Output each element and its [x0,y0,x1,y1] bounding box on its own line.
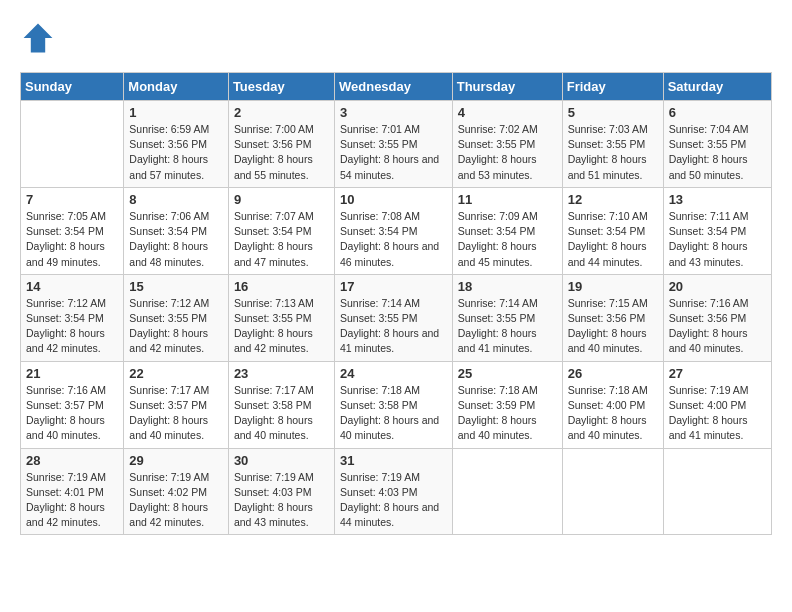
day-number: 7 [26,192,118,207]
day-number: 28 [26,453,118,468]
day-cell: 26Sunrise: 7:18 AMSunset: 4:00 PMDayligh… [562,361,663,448]
day-number: 8 [129,192,223,207]
calendar-body: 1Sunrise: 6:59 AMSunset: 3:56 PMDaylight… [21,101,772,535]
day-number: 22 [129,366,223,381]
header-row: SundayMondayTuesdayWednesdayThursdayFrid… [21,73,772,101]
day-number: 27 [669,366,766,381]
day-number: 29 [129,453,223,468]
day-info: Sunrise: 7:08 AMSunset: 3:54 PMDaylight:… [340,209,447,270]
page-header [20,20,772,56]
day-info: Sunrise: 7:19 AMSunset: 4:01 PMDaylight:… [26,470,118,531]
day-number: 15 [129,279,223,294]
header-cell-tuesday: Tuesday [228,73,334,101]
header-cell-thursday: Thursday [452,73,562,101]
day-info: Sunrise: 7:01 AMSunset: 3:55 PMDaylight:… [340,122,447,183]
day-number: 30 [234,453,329,468]
day-cell: 5Sunrise: 7:03 AMSunset: 3:55 PMDaylight… [562,101,663,188]
day-cell: 21Sunrise: 7:16 AMSunset: 3:57 PMDayligh… [21,361,124,448]
day-info: Sunrise: 7:03 AMSunset: 3:55 PMDaylight:… [568,122,658,183]
day-info: Sunrise: 7:12 AMSunset: 3:55 PMDaylight:… [129,296,223,357]
day-info: Sunrise: 7:07 AMSunset: 3:54 PMDaylight:… [234,209,329,270]
day-cell: 16Sunrise: 7:13 AMSunset: 3:55 PMDayligh… [228,274,334,361]
day-info: Sunrise: 7:10 AMSunset: 3:54 PMDaylight:… [568,209,658,270]
day-number: 6 [669,105,766,120]
day-cell: 1Sunrise: 6:59 AMSunset: 3:56 PMDaylight… [124,101,229,188]
day-info: Sunrise: 7:09 AMSunset: 3:54 PMDaylight:… [458,209,557,270]
week-row-4: 28Sunrise: 7:19 AMSunset: 4:01 PMDayligh… [21,448,772,535]
day-number: 19 [568,279,658,294]
day-info: Sunrise: 7:19 AMSunset: 4:03 PMDaylight:… [340,470,447,531]
logo-icon [20,20,56,56]
day-number: 10 [340,192,447,207]
day-cell: 2Sunrise: 7:00 AMSunset: 3:56 PMDaylight… [228,101,334,188]
day-number: 12 [568,192,658,207]
day-info: Sunrise: 7:16 AMSunset: 3:56 PMDaylight:… [669,296,766,357]
day-cell: 7Sunrise: 7:05 AMSunset: 3:54 PMDaylight… [21,187,124,274]
day-cell: 18Sunrise: 7:14 AMSunset: 3:55 PMDayligh… [452,274,562,361]
day-number: 23 [234,366,329,381]
day-number: 4 [458,105,557,120]
header-cell-wednesday: Wednesday [334,73,452,101]
day-cell: 14Sunrise: 7:12 AMSunset: 3:54 PMDayligh… [21,274,124,361]
day-number: 11 [458,192,557,207]
day-cell [452,448,562,535]
day-cell: 6Sunrise: 7:04 AMSunset: 3:55 PMDaylight… [663,101,771,188]
day-cell [21,101,124,188]
day-cell: 12Sunrise: 7:10 AMSunset: 3:54 PMDayligh… [562,187,663,274]
day-info: Sunrise: 7:11 AMSunset: 3:54 PMDaylight:… [669,209,766,270]
day-number: 3 [340,105,447,120]
day-cell: 15Sunrise: 7:12 AMSunset: 3:55 PMDayligh… [124,274,229,361]
calendar-table: SundayMondayTuesdayWednesdayThursdayFrid… [20,72,772,535]
day-number: 25 [458,366,557,381]
day-info: Sunrise: 7:02 AMSunset: 3:55 PMDaylight:… [458,122,557,183]
day-info: Sunrise: 7:19 AMSunset: 4:02 PMDaylight:… [129,470,223,531]
day-cell: 23Sunrise: 7:17 AMSunset: 3:58 PMDayligh… [228,361,334,448]
day-number: 18 [458,279,557,294]
day-info: Sunrise: 7:18 AMSunset: 3:58 PMDaylight:… [340,383,447,444]
day-cell: 24Sunrise: 7:18 AMSunset: 3:58 PMDayligh… [334,361,452,448]
day-info: Sunrise: 7:12 AMSunset: 3:54 PMDaylight:… [26,296,118,357]
day-number: 31 [340,453,447,468]
week-row-3: 21Sunrise: 7:16 AMSunset: 3:57 PMDayligh… [21,361,772,448]
day-cell: 20Sunrise: 7:16 AMSunset: 3:56 PMDayligh… [663,274,771,361]
day-info: Sunrise: 7:17 AMSunset: 3:57 PMDaylight:… [129,383,223,444]
header-cell-sunday: Sunday [21,73,124,101]
day-cell: 28Sunrise: 7:19 AMSunset: 4:01 PMDayligh… [21,448,124,535]
day-cell: 22Sunrise: 7:17 AMSunset: 3:57 PMDayligh… [124,361,229,448]
day-info: Sunrise: 7:14 AMSunset: 3:55 PMDaylight:… [340,296,447,357]
day-cell [562,448,663,535]
day-cell: 29Sunrise: 7:19 AMSunset: 4:02 PMDayligh… [124,448,229,535]
day-cell: 27Sunrise: 7:19 AMSunset: 4:00 PMDayligh… [663,361,771,448]
calendar-header: SundayMondayTuesdayWednesdayThursdayFrid… [21,73,772,101]
day-number: 16 [234,279,329,294]
week-row-0: 1Sunrise: 6:59 AMSunset: 3:56 PMDaylight… [21,101,772,188]
day-info: Sunrise: 7:18 AMSunset: 4:00 PMDaylight:… [568,383,658,444]
day-cell: 19Sunrise: 7:15 AMSunset: 3:56 PMDayligh… [562,274,663,361]
day-info: Sunrise: 7:04 AMSunset: 3:55 PMDaylight:… [669,122,766,183]
day-info: Sunrise: 7:16 AMSunset: 3:57 PMDaylight:… [26,383,118,444]
day-cell: 8Sunrise: 7:06 AMSunset: 3:54 PMDaylight… [124,187,229,274]
day-number: 14 [26,279,118,294]
day-cell: 3Sunrise: 7:01 AMSunset: 3:55 PMDaylight… [334,101,452,188]
day-number: 26 [568,366,658,381]
day-info: Sunrise: 7:06 AMSunset: 3:54 PMDaylight:… [129,209,223,270]
week-row-1: 7Sunrise: 7:05 AMSunset: 3:54 PMDaylight… [21,187,772,274]
day-info: Sunrise: 7:15 AMSunset: 3:56 PMDaylight:… [568,296,658,357]
header-cell-saturday: Saturday [663,73,771,101]
day-info: Sunrise: 7:00 AMSunset: 3:56 PMDaylight:… [234,122,329,183]
day-number: 9 [234,192,329,207]
header-cell-monday: Monday [124,73,229,101]
day-cell: 17Sunrise: 7:14 AMSunset: 3:55 PMDayligh… [334,274,452,361]
day-cell: 4Sunrise: 7:02 AMSunset: 3:55 PMDaylight… [452,101,562,188]
day-cell: 10Sunrise: 7:08 AMSunset: 3:54 PMDayligh… [334,187,452,274]
day-cell: 30Sunrise: 7:19 AMSunset: 4:03 PMDayligh… [228,448,334,535]
day-number: 20 [669,279,766,294]
logo [20,20,60,56]
day-cell [663,448,771,535]
day-info: Sunrise: 7:18 AMSunset: 3:59 PMDaylight:… [458,383,557,444]
day-info: Sunrise: 7:19 AMSunset: 4:03 PMDaylight:… [234,470,329,531]
day-cell: 9Sunrise: 7:07 AMSunset: 3:54 PMDaylight… [228,187,334,274]
day-info: Sunrise: 7:05 AMSunset: 3:54 PMDaylight:… [26,209,118,270]
day-cell: 11Sunrise: 7:09 AMSunset: 3:54 PMDayligh… [452,187,562,274]
day-info: Sunrise: 7:13 AMSunset: 3:55 PMDaylight:… [234,296,329,357]
